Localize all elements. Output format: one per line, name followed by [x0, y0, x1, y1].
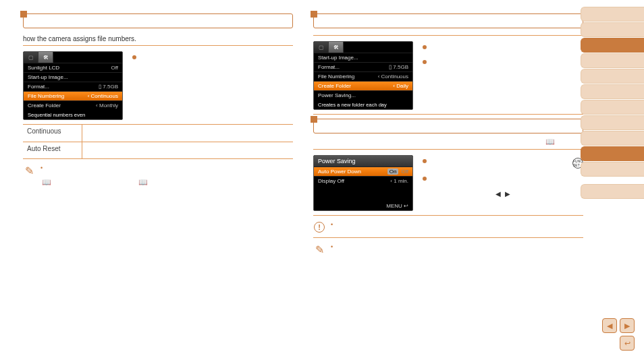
lcd-hint: Sequential numbers even: [24, 110, 122, 119]
sidebar-tab[interactable]: [581, 162, 644, 177]
next-page-button[interactable]: ▶: [620, 318, 635, 333]
lcd-menu-row: Format...▯ 7.5GB: [24, 82, 122, 91]
sidebar-tab[interactable]: [581, 100, 644, 115]
lcd-menu-row: Sunlight LCDOff: [24, 63, 122, 72]
right-column: ▢ 🛠 Start-up Image...Format...▯ 7.5GBFil…: [313, 13, 583, 256]
left-section-header: [23, 13, 293, 28]
lcd-power-saving-title: Power Saving: [314, 156, 412, 167]
pencil-icon: ✎: [25, 164, 34, 177]
bullet-dot-icon: [423, 45, 427, 49]
return-button[interactable]: ↩: [620, 336, 635, 351]
note-block: ✎ •: [313, 243, 583, 256]
prev-page-button[interactable]: ◀: [602, 318, 617, 333]
lcd-file-numbering: ▢ 🛠 Sunlight LCDOffStart-up Image...Form…: [23, 51, 123, 120]
lcd-menu-row: Power Saving...: [314, 90, 412, 100]
warning-block: ! •: [313, 221, 583, 233]
lcd-menu-row: File Numbering‹ Continuous: [24, 91, 122, 100]
right-arrow-icon: ▶: [505, 190, 510, 198]
lcd-menu-row: Start-up Image...: [314, 53, 412, 62]
sidebar-tab[interactable]: [581, 184, 644, 199]
sidebar-tab[interactable]: [581, 84, 644, 99]
note-dot-icon: •: [331, 221, 333, 228]
book-ref-icon: 📖: [42, 178, 51, 186]
page-nav-buttons: ◀ ▶ ↩: [602, 318, 635, 351]
warning-icon: !: [314, 222, 325, 233]
sidebar-tab[interactable]: [581, 38, 644, 53]
sidebar-tab[interactable]: [581, 53, 644, 68]
option-description: [82, 125, 293, 142]
bullet-dot-icon: [423, 60, 427, 64]
lcd-hint: Creates a new folder each day: [314, 100, 412, 109]
note-dot-icon: •: [331, 243, 333, 250]
lcd-menu-row: File Numbering‹ Continuous: [314, 71, 412, 81]
pencil-icon: ✎: [315, 243, 324, 256]
chapter-sidebar: [581, 7, 644, 199]
option-description: [82, 142, 293, 158]
option-row: Auto Reset: [23, 142, 293, 159]
book-ref-icon: 📖: [138, 178, 148, 186]
file-numbering-options-table: ContinuousAuto Reset: [23, 124, 293, 159]
lcd-menu-row: Create Folder‹ Daily: [314, 81, 412, 90]
lcd-menu-back-label: MENU ↩: [314, 202, 412, 210]
instruction-bullets: [132, 51, 293, 120]
left-arrow-icon: ◀: [495, 190, 501, 198]
lcd-menu-row: Display Off‹ 1 min.: [314, 176, 412, 185]
sidebar-tab[interactable]: [581, 69, 644, 84]
sidebar-tab[interactable]: [581, 131, 644, 146]
bullet-dot-icon: [423, 159, 427, 163]
note-dot-icon: •: [41, 164, 43, 171]
lcd-menu-row: Create Folder‹ Monthly: [24, 100, 122, 110]
bullet-dot-icon: [423, 177, 427, 181]
sidebar-tab[interactable]: [581, 146, 644, 161]
lcd-tab-tools-icon: 🛠: [329, 42, 344, 53]
option-name: Continuous: [23, 125, 82, 142]
book-ref-icon: 📖: [545, 138, 555, 146]
left-column: how the camera assigns file numbers. ▢ 🛠…: [23, 13, 293, 256]
file-numbering-intro: how the camera assigns file numbers.: [23, 35, 293, 42]
option-row: Continuous: [23, 124, 293, 142]
right-section-header-2: [313, 119, 583, 133]
lcd-menu-row: Auto Power DownOnOff: [314, 167, 412, 176]
divider: [23, 45, 293, 46]
lcd-tab-camera-icon: ▢: [314, 42, 329, 53]
lcd-create-folder: ▢ 🛠 Start-up Image...Format...▯ 7.5GBFil…: [313, 41, 413, 110]
bullet-dot-icon: [132, 55, 136, 59]
note-block: ✎ • 📖 📖: [23, 164, 293, 187]
option-name: Auto Reset: [23, 142, 82, 158]
lcd-menu-row: Start-up Image...: [24, 72, 122, 82]
lcd-menu-row: Format...▯ 7.5GB: [314, 62, 412, 71]
sidebar-tab[interactable]: [581, 22, 644, 37]
sidebar-tab[interactable]: [581, 7, 644, 22]
lcd-tabs: ▢ 🛠: [24, 52, 122, 63]
lcd-tab-camera-icon: ▢: [24, 52, 38, 63]
sidebar-tab[interactable]: [581, 115, 644, 130]
lcd-tab-tools-icon: 🛠: [38, 52, 53, 63]
right-section-header-1: [313, 13, 583, 28]
lcd-power-saving: Power Saving Auto Power DownOnOffDisplay…: [313, 155, 413, 211]
